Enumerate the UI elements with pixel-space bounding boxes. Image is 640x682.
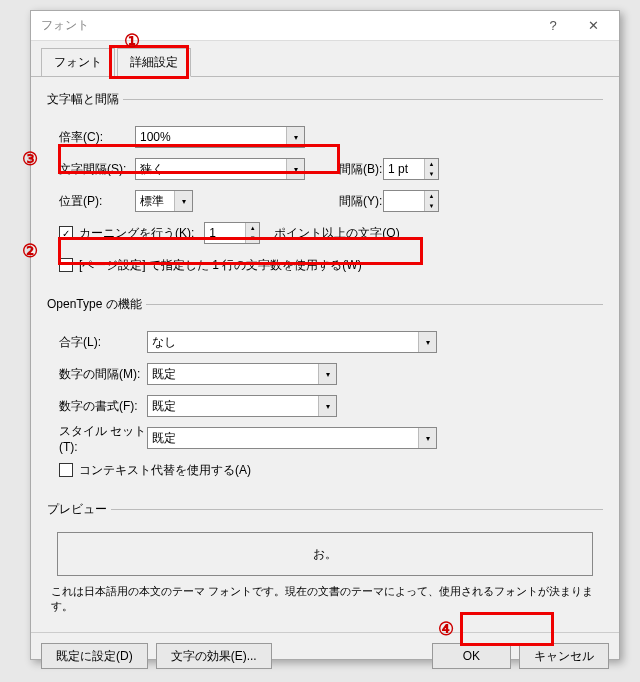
callout-2: ② bbox=[22, 240, 38, 262]
group-spacing-legend: 文字幅と間隔 bbox=[47, 91, 123, 108]
spin-down-icon[interactable]: ▼ bbox=[246, 233, 259, 243]
ligatures-label: 合字(L): bbox=[47, 334, 147, 351]
scale-select[interactable] bbox=[135, 126, 305, 148]
text-effects-button[interactable]: 文字の効果(E)... bbox=[156, 643, 272, 669]
spacing-select[interactable] bbox=[135, 158, 305, 180]
styleset-select[interactable] bbox=[147, 427, 437, 449]
pitch2-label: 間隔(Y): bbox=[327, 193, 383, 210]
group-opentype: OpenType の機能 合字(L): ▾ 数字の間隔(M): ▾ 数字の書式(… bbox=[47, 296, 603, 491]
numspacing-select[interactable] bbox=[147, 363, 337, 385]
contextual-label: コンテキスト代替を使用する(A) bbox=[79, 462, 251, 479]
spin-up-icon[interactable]: ▲ bbox=[425, 159, 438, 169]
button-bar: 既定に設定(D) 文字の効果(E)... OK キャンセル bbox=[31, 632, 619, 679]
kerning-suffix: ポイント以上の文字(O) bbox=[274, 225, 399, 242]
callout-4: ④ bbox=[438, 618, 454, 640]
close-button[interactable]: ✕ bbox=[573, 12, 613, 40]
titlebar: フォント ? ✕ bbox=[31, 11, 619, 41]
dialog-title: フォント bbox=[41, 17, 533, 34]
position-select[interactable] bbox=[135, 190, 193, 212]
tab-content: 文字幅と間隔 倍率(C): ▾ 文字間隔(S): ▾ 間隔(B): 1 pt bbox=[31, 76, 619, 632]
help-button[interactable]: ? bbox=[533, 12, 573, 40]
group-preview-legend: プレビュー bbox=[47, 501, 111, 518]
numform-select[interactable] bbox=[147, 395, 337, 417]
contextual-checkbox[interactable] bbox=[59, 463, 73, 477]
callout-3: ③ bbox=[22, 148, 38, 170]
font-dialog: フォント ? ✕ フォント 詳細設定 文字幅と間隔 倍率(C): ▾ 文字間隔(… bbox=[30, 10, 620, 660]
tab-advanced[interactable]: 詳細設定 bbox=[117, 48, 191, 77]
numform-label: 数字の書式(F): bbox=[47, 398, 147, 415]
callout-1: ① bbox=[124, 30, 140, 52]
defaults-button[interactable]: 既定に設定(D) bbox=[41, 643, 148, 669]
kerning-spinner[interactable]: 1 ▲▼ bbox=[204, 222, 260, 244]
styleset-label: スタイル セット(T): bbox=[47, 423, 147, 454]
tab-font[interactable]: フォント bbox=[41, 48, 115, 77]
scale-label: 倍率(C): bbox=[47, 129, 135, 146]
group-preview: プレビュー お。 これは日本語用の本文のテーマ フォントです。現在の文書のテーマ… bbox=[47, 501, 603, 616]
spin-down-icon[interactable]: ▼ bbox=[425, 201, 438, 211]
spacing-label: 文字間隔(S): bbox=[47, 161, 135, 178]
tab-strip: フォント 詳細設定 bbox=[31, 41, 619, 76]
spin-up-icon[interactable]: ▲ bbox=[246, 223, 259, 233]
cancel-button[interactable]: キャンセル bbox=[519, 643, 609, 669]
kerning-label: カーニングを行う(K): bbox=[79, 225, 194, 242]
pagegrid-label: [ページ設定] で指定した 1 行の文字数を使用する(W) bbox=[79, 257, 362, 274]
pitch-spinner[interactable]: 1 pt ▲▼ bbox=[383, 158, 439, 180]
preview-note: これは日本語用の本文のテーマ フォントです。現在の文書のテーマによって、使用され… bbox=[47, 580, 603, 614]
ok-button[interactable]: OK bbox=[432, 643, 511, 669]
kerning-checkbox[interactable]: ✓ bbox=[59, 226, 73, 240]
ligatures-select[interactable] bbox=[147, 331, 437, 353]
spin-up-icon[interactable]: ▲ bbox=[425, 191, 438, 201]
group-opentype-legend: OpenType の機能 bbox=[47, 296, 146, 313]
pitch-label: 間隔(B): bbox=[327, 161, 383, 178]
position-label: 位置(P): bbox=[47, 193, 135, 210]
preview-sample: お。 bbox=[313, 546, 337, 563]
pagegrid-checkbox[interactable] bbox=[59, 258, 73, 272]
group-spacing: 文字幅と間隔 倍率(C): ▾ 文字間隔(S): ▾ 間隔(B): 1 pt bbox=[47, 91, 603, 286]
pitch2-spinner[interactable]: ▲▼ bbox=[383, 190, 439, 212]
spin-down-icon[interactable]: ▼ bbox=[425, 169, 438, 179]
preview-box: お。 bbox=[57, 532, 593, 576]
numspacing-label: 数字の間隔(M): bbox=[47, 366, 147, 383]
